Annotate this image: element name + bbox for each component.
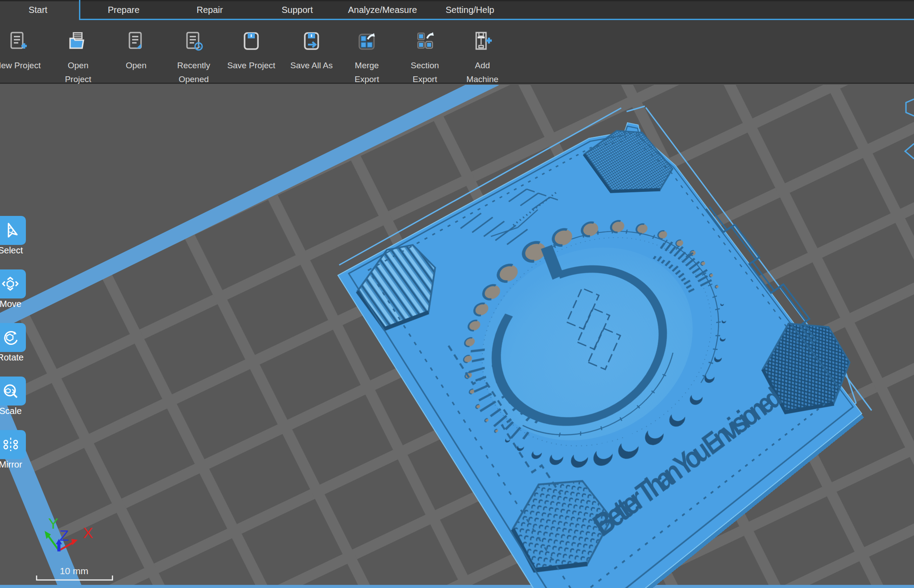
svg-text:Y: Y [48, 515, 58, 532]
svg-text:Z: Z [59, 527, 69, 544]
svg-text:X: X [83, 524, 93, 541]
svg-text:10 mm: 10 mm [60, 566, 88, 576]
